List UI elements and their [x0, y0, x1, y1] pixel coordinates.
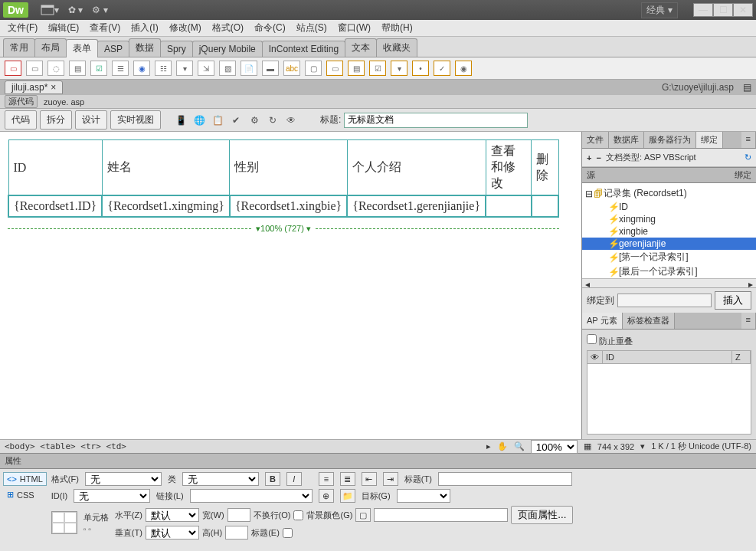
workspace-selector[interactable]: 经典 ▾ [641, 2, 678, 18]
zoom-tool-icon[interactable]: 🔍 [514, 441, 525, 451]
zoom-select[interactable]: 100% [531, 440, 578, 454]
insert-tab-jquery[interactable]: jQuery Mobile [192, 41, 263, 57]
spry-validate-textarea-icon[interactable]: ▤ [348, 61, 365, 76]
panel-tab-serverbehav[interactable]: 服务器行为 [644, 132, 696, 148]
tree-item[interactable]: ⚡xingming [582, 213, 756, 225]
liveview-options-icon[interactable]: 📱 [173, 113, 188, 128]
select-tool-icon[interactable]: ▸ [486, 441, 491, 451]
prop-target-select[interactable] [397, 489, 450, 503]
th-gender[interactable]: 性别 [230, 140, 347, 196]
prop-title-input[interactable] [438, 472, 572, 486]
panel-tab-database[interactable]: 数据库 [609, 132, 644, 148]
prop-class-select[interactable]: 无 [182, 472, 259, 486]
spry-validate-radio-icon[interactable]: ◉ [455, 61, 472, 76]
label-icon[interactable]: abc [283, 61, 300, 76]
preview-browser-icon[interactable]: 🌐 [191, 113, 207, 128]
extend-menu-icon[interactable]: ✿ ▾ [68, 5, 83, 15]
menu-edit[interactable]: 编辑(E) [44, 20, 83, 36]
th-intro[interactable]: 个人介绍 [347, 140, 486, 196]
filefield-icon[interactable]: 📄 [241, 61, 257, 76]
textfield-icon[interactable]: ▭ [26, 61, 43, 76]
page-title-input[interactable] [344, 113, 528, 128]
spry-validate-text-icon[interactable]: ▭ [326, 61, 343, 76]
textarea-icon[interactable]: ▤ [69, 61, 86, 76]
bold-button[interactable]: B [265, 472, 280, 486]
prop-width-input[interactable] [227, 508, 250, 522]
td-edit[interactable] [486, 195, 532, 217]
view-split-button[interactable]: 拆分 [40, 110, 72, 130]
bindings-tree[interactable]: ⊟ 🗐 记录集 (Recordset1) ⚡ID ⚡xingming ⚡xing… [582, 183, 756, 278]
tree-item[interactable]: ⚡[第一个记录索引] [582, 250, 756, 264]
layout-menu-icon[interactable]: ▾ [41, 5, 59, 15]
tree-item[interactable]: ⚡xingbie [582, 225, 756, 238]
close-tab-icon[interactable]: × [51, 82, 56, 93]
spry-validate-checkbox-icon[interactable]: ☑ [369, 61, 386, 76]
td-intro[interactable]: {Recordset1.gerenjianjie} [347, 195, 486, 217]
point-to-file-icon[interactable]: ⊕ [319, 489, 334, 503]
view-code-button[interactable]: 代码 [5, 110, 37, 130]
tree-root[interactable]: ⊟ 🗐 记录集 (Recordset1) [582, 186, 756, 201]
prop-link-select[interactable] [190, 489, 313, 503]
menu-format[interactable]: 格式(O) [208, 20, 248, 36]
insert-tab-asp[interactable]: ASP [97, 41, 129, 57]
insert-tab-text[interactable]: 文本 [345, 38, 377, 57]
td-id[interactable]: {Recordset1.ID} [8, 195, 102, 217]
ul-button[interactable]: ≡ [319, 472, 334, 486]
prop-bgcolor-input[interactable] [374, 508, 508, 522]
th-edit[interactable]: 查看和修改 [486, 140, 532, 196]
prop-horiz-select[interactable]: 默认 [146, 508, 199, 522]
tag-selector[interactable]: <body> <table> <tr> <td> [5, 441, 126, 451]
doc-menu-icon[interactable]: ▤ [743, 82, 751, 93]
spry-validate-select-icon[interactable]: ▾ [391, 61, 407, 76]
td-del[interactable] [532, 195, 558, 217]
tree-item[interactable]: ⚡ID [582, 201, 756, 213]
site-menu-icon[interactable]: ⚙ ▾ [92, 5, 107, 15]
ap-col-z[interactable]: Z [732, 351, 751, 363]
th-name[interactable]: 姓名 [102, 140, 230, 196]
ap-panel-menu-icon[interactable]: ≡ [741, 313, 756, 329]
button-icon[interactable]: ▬ [262, 61, 279, 76]
maximize-button[interactable]: ☐ [713, 3, 733, 17]
menu-window[interactable]: 窗口(W) [333, 20, 375, 36]
insert-tab-spry[interactable]: Spry [160, 41, 193, 57]
prop-bgcolor-swatch[interactable]: ▢ [355, 508, 371, 522]
radio-icon[interactable]: ◉ [133, 61, 150, 76]
remove-binding-icon[interactable]: − [596, 153, 601, 162]
panel-tab-bindings[interactable]: 绑定 [696, 132, 723, 148]
jumpmenu-icon[interactable]: ⇲ [198, 61, 214, 76]
menu-modify[interactable]: 修改(M) [165, 20, 206, 36]
outdent-button[interactable]: ⇤ [362, 472, 377, 486]
panel-tab-ap[interactable]: AP 元素 [582, 313, 623, 329]
view-live-button[interactable]: 实时视图 [110, 110, 161, 130]
prop-nowrap-check[interactable] [293, 510, 303, 520]
checkboxgroup-icon[interactable]: ☰ [112, 61, 129, 76]
menu-commands[interactable]: 命令(C) [250, 20, 290, 36]
design-view[interactable]: ID 姓名 性别 个人介绍 查看和修改 删除 {Recordset1.ID} {… [0, 132, 581, 439]
th-id[interactable]: ID [8, 140, 102, 196]
tree-item[interactable]: ⚡[最后一个记录索引] [582, 264, 756, 278]
validate-icon[interactable]: ✔ [228, 113, 244, 128]
prop-format-select[interactable]: 无 [85, 472, 162, 486]
browse-file-icon[interactable]: 📁 [340, 489, 355, 503]
refresh-bindings-icon[interactable]: ↻ [745, 153, 751, 162]
menu-view[interactable]: 查看(V) [85, 20, 125, 36]
menu-help[interactable]: 帮助(H) [377, 20, 417, 36]
prop-id-select[interactable]: 无 [74, 489, 150, 503]
radiogroup-icon[interactable]: ☷ [155, 61, 172, 76]
insert-tab-common[interactable]: 常用 [3, 38, 35, 57]
panel-tab-taginspect[interactable]: 标签检查器 [623, 313, 675, 329]
prop-height-input[interactable] [225, 526, 248, 540]
minimize-button[interactable]: — [693, 3, 713, 17]
prop-vert-select[interactable]: 默认 [146, 526, 199, 540]
insert-tab-fav[interactable]: 收藏夹 [376, 38, 417, 57]
prop-mode-html[interactable]: <>HTML [3, 472, 47, 486]
hand-tool-icon[interactable]: ✋ [497, 441, 508, 451]
prop-header-check[interactable] [283, 528, 293, 538]
fieldset-icon[interactable]: ▢ [305, 61, 322, 76]
check-icon[interactable]: ⚙ [247, 113, 262, 128]
panel-menu-icon[interactable]: ≡ [741, 132, 756, 148]
spry-validate-password-icon[interactable]: • [412, 61, 429, 76]
viewport-size[interactable]: 744 x 392 [597, 442, 634, 451]
td-name[interactable]: {Recordset1.xingming} [102, 195, 230, 217]
prevent-overlap-checkbox[interactable]: 防止重叠 [587, 336, 633, 346]
